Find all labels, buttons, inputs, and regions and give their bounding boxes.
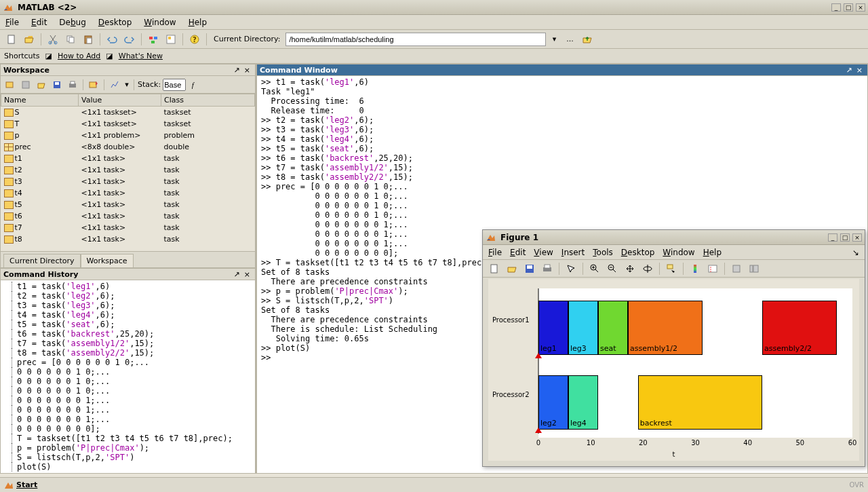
cut-icon[interactable] [45, 32, 60, 47]
plot-select-icon[interactable] [108, 78, 121, 92]
workspace-row[interactable]: t1<1x1 task>task [1, 153, 255, 164]
simulink-icon[interactable] [146, 32, 161, 47]
open-figure-icon[interactable] [505, 261, 519, 276]
history-line[interactable]: t7 = task('assembly1/2',15); [1, 339, 255, 348]
zoom-out-icon[interactable] [605, 261, 620, 276]
history-line[interactable]: 0 0 0 0 0 0 0 1;... [1, 415, 255, 424]
menu-window[interactable]: Window [144, 18, 176, 27]
figure-window[interactable]: Figure 1 _ □ × File Edit View Insert Too… [482, 229, 865, 467]
history-line[interactable]: 0 0 0 0 0 0 0 1;... [1, 405, 255, 415]
insert-legend-icon[interactable] [705, 261, 720, 276]
data-cursor-icon[interactable] [664, 261, 679, 276]
save-figure-icon[interactable] [522, 261, 537, 276]
history-line[interactable]: t6 = task('backrest',25,20); [1, 329, 255, 339]
copy-icon[interactable] [63, 32, 78, 47]
history-line[interactable]: 0 0 0 0 0 0 0 0]; [1, 424, 255, 434]
tab-current-directory[interactable]: Current Directory [3, 254, 81, 267]
workspace-row[interactable]: S<1x1 taskset>taskset [1, 107, 255, 118]
insert-colorbar-icon[interactable] [688, 261, 703, 276]
parent-directory-icon[interactable] [580, 32, 595, 47]
history-line[interactable]: 0 0 0 0 0 0 0 1;... [1, 396, 255, 405]
new-figure-icon[interactable] [487, 261, 502, 276]
cmd-window-close-icon[interactable]: × [854, 66, 865, 75]
history-line[interactable]: T = taskset([t1 t2 t3 t4 t5 t6 t7 t8],pr… [1, 434, 255, 443]
tab-workspace[interactable]: Workspace [81, 254, 134, 267]
workspace-row[interactable]: t5<1x1 task>task [1, 199, 255, 210]
redo-icon[interactable] [122, 32, 137, 47]
howto-add-link[interactable]: How to Add [58, 52, 100, 60]
workspace-row[interactable]: p<1x1 problem>problem [1, 130, 255, 141]
workspace-row[interactable]: prec<8x8 double>double [1, 141, 255, 153]
help-icon[interactable]: ? [187, 32, 202, 47]
menu-help[interactable]: Help [189, 18, 207, 27]
figure-menu-tools[interactable]: Tools [593, 248, 613, 257]
workspace-close-icon[interactable]: × [242, 66, 252, 75]
zoom-in-icon[interactable] [587, 261, 602, 276]
history-line[interactable]: t8 = task('assembly2/2',15); [1, 348, 255, 358]
cmd-window-undock-icon[interactable]: ↗ [844, 66, 854, 75]
menu-debug[interactable]: Debug [59, 18, 85, 27]
figure-minimize-button[interactable]: _ [828, 233, 837, 242]
browse-directory-icon[interactable]: ... [562, 32, 577, 47]
rotate3d-icon[interactable] [640, 261, 655, 276]
cmd-history-close-icon[interactable]: × [242, 270, 252, 279]
print-icon[interactable] [66, 78, 79, 92]
col-class[interactable]: Class [161, 94, 255, 107]
workspace-row[interactable]: t4<1x1 task>task [1, 187, 255, 199]
figure-close-button[interactable]: × [852, 233, 862, 242]
col-value[interactable]: Value [79, 94, 161, 107]
menu-desktop[interactable]: Desktop [98, 18, 132, 27]
maximize-button[interactable]: □ [844, 3, 853, 12]
history-line[interactable]: p = problem('P|prec|Cmax'); [1, 443, 255, 453]
new-variable-icon[interactable] [3, 78, 17, 92]
figure-menu-view[interactable]: View [534, 248, 553, 257]
figure-menu-more-icon[interactable]: ↘ [852, 248, 859, 257]
figure-menu-help[interactable]: Help [703, 248, 722, 257]
figure-menu-edit[interactable]: Edit [510, 248, 526, 257]
workspace-undock-icon[interactable]: ↗ [232, 66, 242, 75]
figure-menu-desktop[interactable]: Desktop [621, 248, 655, 257]
open-file-icon[interactable] [22, 32, 37, 47]
open-variable-icon[interactable] [19, 78, 33, 92]
undo-icon[interactable] [104, 32, 119, 47]
history-line[interactable]: t1 = task('leg1',6) [1, 282, 255, 291]
history-line[interactable]: t3 = task('leg3',6); [1, 301, 255, 310]
hide-plot-tools-icon[interactable] [729, 261, 744, 276]
menu-edit[interactable]: Edit [31, 18, 47, 27]
print-figure-icon[interactable] [540, 261, 555, 276]
history-line[interactable]: t4 = task('leg4',6); [1, 310, 255, 320]
directory-dropdown-icon[interactable]: ▾ [549, 32, 559, 47]
plot-dropdown-icon[interactable]: ▾ [123, 78, 130, 92]
history-line[interactable]: plot(S) [1, 462, 255, 472]
workspace-row[interactable]: t3<1x1 task>task [1, 176, 255, 187]
stack-selector-icon[interactable]: f [188, 78, 197, 92]
start-button-icon[interactable] [4, 480, 14, 490]
col-name[interactable]: Name [1, 94, 79, 107]
cmd-history-list[interactable]: t1 = task('leg1',6)t2 = task('leg2',6);t… [0, 280, 256, 474]
figure-title-bar[interactable]: Figure 1 _ □ × [483, 230, 865, 245]
workspace-row[interactable]: t8<1x1 task>task [1, 233, 255, 245]
stack-value[interactable] [163, 79, 186, 91]
current-directory-input[interactable] [285, 33, 546, 46]
workspace-row[interactable]: t6<1x1 task>task [1, 210, 255, 222]
minimize-button[interactable]: _ [831, 3, 841, 12]
history-line[interactable]: t2 = task('leg2',6); [1, 291, 255, 301]
menu-file[interactable]: File [5, 18, 19, 27]
import-data-icon[interactable] [35, 78, 48, 92]
pan-icon[interactable] [623, 261, 637, 276]
workspace-row[interactable]: t7<1x1 task>task [1, 222, 255, 233]
guide-icon[interactable] [163, 32, 178, 47]
new-file-icon[interactable] [4, 32, 19, 47]
close-button[interactable]: × [856, 3, 865, 12]
figure-menu-insert[interactable]: Insert [561, 248, 585, 257]
history-line[interactable]: t5 = task('seat',6); [1, 320, 255, 329]
workspace-row[interactable]: t2<1x1 task>task [1, 164, 255, 176]
figure-maximize-button[interactable]: □ [840, 233, 850, 242]
history-line[interactable]: S = listsch(T,p,2,'SPT') [1, 453, 255, 462]
history-line[interactable]: 0 0 0 0 0 0 1 0;... [1, 377, 255, 386]
history-line[interactable]: 0 0 0 0 0 0 1 0;... [1, 386, 255, 396]
edit-plot-icon[interactable] [564, 261, 578, 276]
start-button[interactable]: Start [16, 480, 37, 489]
history-line[interactable]: 0 0 0 0 0 0 1 0;... [1, 367, 255, 377]
cmd-history-undock-icon[interactable]: ↗ [232, 270, 242, 279]
